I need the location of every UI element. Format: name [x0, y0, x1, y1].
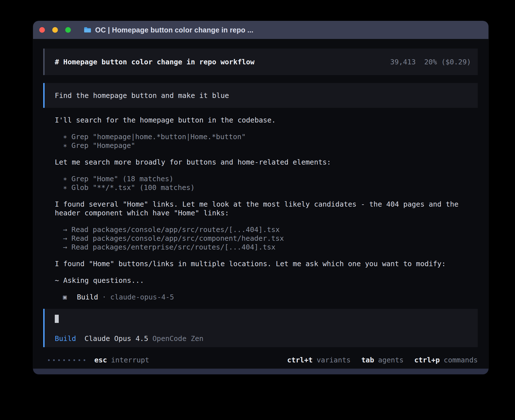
assistant-text: Let me search more broadly for buttons a…: [43, 158, 478, 167]
status-bar: esc interrupt ctrl+t variants tab agents…: [43, 356, 478, 364]
context-usage: 20% ($0.29): [424, 58, 471, 66]
progress-spinner: [48, 359, 85, 361]
agent-model: claude-opus-4-5: [110, 293, 174, 301]
session-header: # Homepage button color change in repo w…: [43, 49, 478, 75]
tool-call-group: ∗ Grep "homepage|home.*button|Home.*butt…: [43, 132, 478, 150]
tool-call-grep: ∗ Grep "homepage|home.*button|Home.*butt…: [43, 132, 478, 141]
esc-key-label: interrupt: [111, 356, 149, 364]
assistant-text: I found "Home" buttons/links in multiple…: [43, 259, 478, 268]
status-text: ~ Asking questions...: [43, 276, 478, 285]
assistant-text-line: I found several "Home" links. Let me loo…: [43, 200, 478, 209]
tool-call-group: ∗ Grep "Home" (18 matches) ∗ Glob "**/*.…: [43, 174, 478, 192]
terminal-window: OC | Homepage button color change in rep…: [33, 21, 488, 374]
shortcut-variants[interactable]: ctrl+t variants: [287, 356, 351, 364]
status-left: esc interrupt: [48, 356, 149, 364]
session-stats: 39,413 20% ($0.29): [390, 58, 471, 66]
tool-call-read: → Read packages/enterprise/src/routes/[.…: [43, 243, 478, 251]
agent-name: Build: [77, 293, 98, 301]
input-mode-line: Build Claude Opus 4.5 OpenCode Zen: [55, 334, 471, 343]
shortcut-key: tab: [361, 356, 374, 364]
zoom-button[interactable]: [65, 27, 71, 33]
tool-call-grep: ∗ Grep "Home" (18 matches): [43, 174, 478, 183]
window-bottom-chrome: [33, 369, 488, 374]
user-message: Find the homepage button and make it blu…: [43, 83, 478, 108]
shortcut-key: ctrl+p: [414, 356, 440, 364]
shortcut-commands[interactable]: ctrl+p commands: [414, 356, 478, 364]
tool-call-grep: ∗ Grep "Homepage": [43, 141, 478, 150]
token-count: 39,413: [390, 58, 416, 66]
session-title: # Homepage button color change in repo w…: [55, 58, 254, 66]
assistant-text: I'll search for the homepage button in t…: [43, 116, 478, 124]
folder-icon: [84, 27, 91, 33]
agent-icon: ▣: [63, 293, 67, 301]
assistant-text-line: header component which have "Home" links…: [43, 209, 478, 217]
shortcut-label: variants: [317, 356, 350, 364]
model-selector[interactable]: Claude Opus 4.5: [84, 334, 148, 343]
shortcut-key: ctrl+t: [287, 356, 313, 364]
window-title: OC | Homepage button color change in rep…: [95, 26, 253, 34]
prompt-input[interactable]: Build Claude Opus 4.5 OpenCode Zen: [43, 309, 478, 347]
tool-call-read: → Read packages/console/app/src/componen…: [43, 234, 478, 243]
tool-call-read: → Read packages/console/app/src/routes/[…: [43, 225, 478, 234]
tool-call-glob: ∗ Glob "**/*.tsx" (100 matches): [43, 183, 478, 192]
tool-call-group: → Read packages/console/app/src/routes/[…: [43, 225, 478, 251]
assistant-text: I found several "Home" links. Let me loo…: [43, 200, 478, 217]
shortcut-label: agents: [378, 356, 403, 364]
user-message-text: Find the homepage button and make it blu…: [55, 91, 229, 100]
traffic-lights: [39, 27, 71, 33]
provider-label: OpenCode Zen: [152, 334, 204, 343]
terminal-content: # Homepage button color change in repo w…: [33, 39, 488, 369]
shortcut-hints: ctrl+t variants tab agents ctrl+p comman…: [287, 356, 478, 364]
esc-key[interactable]: esc: [94, 356, 107, 364]
close-button[interactable]: [39, 27, 45, 33]
agent-badge: ▣ Build · claude-opus-4-5: [43, 293, 478, 301]
window-titlebar[interactable]: OC | Homepage button color change in rep…: [33, 21, 488, 39]
shortcut-label: commands: [444, 356, 478, 364]
text-cursor: [55, 315, 59, 323]
shortcut-agents[interactable]: tab agents: [361, 356, 403, 364]
mode-selector[interactable]: Build: [55, 334, 76, 343]
badge-separator: ·: [102, 293, 106, 301]
minimize-button[interactable]: [52, 27, 58, 33]
